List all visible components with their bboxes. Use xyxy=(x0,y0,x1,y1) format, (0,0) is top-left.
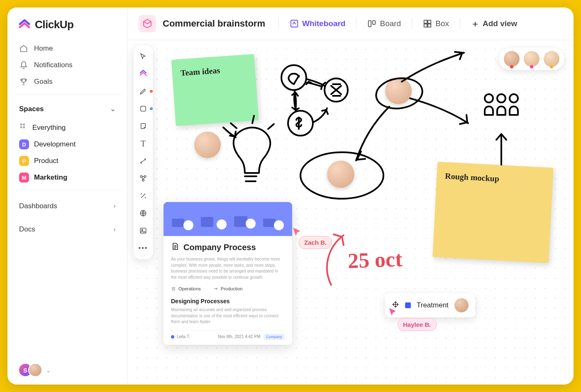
svg-rect-5 xyxy=(369,21,371,27)
doc-links: Operations Production xyxy=(171,286,285,291)
svg-point-3 xyxy=(23,127,24,128)
tool-magic[interactable] xyxy=(136,189,150,203)
sidebar-item-notifications[interactable]: Notifications xyxy=(13,57,122,73)
canvas-avatar[interactable] xyxy=(327,161,354,188)
sidebar: ClickUp Home Notifications Goals Spaces … xyxy=(7,7,128,385)
sidebar-item-development[interactable]: D Development xyxy=(13,136,122,153)
tool-text[interactable]: T xyxy=(136,136,150,151)
task-chip-label: Treatment xyxy=(417,301,449,309)
tool-web[interactable] xyxy=(136,206,150,220)
sidebar-item-label: Everything xyxy=(32,124,66,132)
tool-more[interactable]: ••• xyxy=(136,241,150,255)
tool-sticky[interactable] xyxy=(136,119,150,133)
svg-rect-7 xyxy=(424,20,427,23)
svg-rect-8 xyxy=(428,20,431,23)
trophy-icon xyxy=(19,78,28,86)
separator xyxy=(460,18,460,29)
sidebar-item-product[interactable]: P Product xyxy=(13,153,122,169)
svg-point-25 xyxy=(497,94,505,102)
doc-file-icon xyxy=(171,242,179,253)
cursor-tag-haylee: Haylee B. xyxy=(398,318,437,331)
doc-subtitle: Designing Processes xyxy=(171,298,285,304)
svg-point-0 xyxy=(20,124,22,125)
task-chip-treatment[interactable]: Treatment xyxy=(385,293,475,317)
sidebar-item-label: Notifications xyxy=(34,61,73,69)
tool-shape[interactable] xyxy=(136,102,150,116)
view-box-icon xyxy=(139,15,156,32)
presence-avatar xyxy=(28,363,42,377)
doc-link-production[interactable]: Production xyxy=(213,286,243,291)
sidebar-presence[interactable]: S ⌄ xyxy=(13,363,122,377)
sidebar-item-label: Goals xyxy=(34,78,52,86)
home-icon xyxy=(19,44,28,53)
space-badge: D xyxy=(19,139,29,149)
doc-card[interactable]: Company Process As your business grows, … xyxy=(164,202,292,345)
sidebar-item-marketing[interactable]: M Marketing xyxy=(13,169,122,186)
svg-rect-9 xyxy=(424,24,427,27)
svg-point-2 xyxy=(20,127,22,128)
tool-pointer[interactable] xyxy=(136,49,150,63)
divider xyxy=(13,94,122,95)
tool-clickup-add[interactable]: + xyxy=(136,67,150,81)
doc-chip: Company xyxy=(264,334,285,340)
space-badge: P xyxy=(19,156,29,166)
tab-label: Board xyxy=(380,19,401,28)
color-dot xyxy=(150,107,153,110)
sidebar-item-goals[interactable]: Goals xyxy=(13,73,122,90)
svg-rect-12 xyxy=(141,106,146,111)
whiteboard-icon xyxy=(290,19,299,28)
chevron-right-icon: › xyxy=(113,225,116,234)
spaces-header[interactable]: Spaces ⌄ xyxy=(13,99,122,119)
whiteboard-canvas[interactable]: + T ••• Team ideas xyxy=(128,40,574,385)
sidebar-item-label: Development xyxy=(34,140,76,149)
canvas-avatar[interactable] xyxy=(194,131,221,158)
tab-box[interactable]: Box xyxy=(420,17,452,31)
add-view-button[interactable]: ＋ Add view xyxy=(468,16,520,32)
clickup-logo-icon xyxy=(18,19,31,31)
status-square xyxy=(405,302,411,308)
tool-connector[interactable] xyxy=(136,154,150,168)
sidebar-item-label: Marketing xyxy=(34,173,67,182)
sticky-note-team-ideas[interactable]: Team ideas xyxy=(171,54,259,126)
logo[interactable]: ClickUp xyxy=(13,18,122,40)
separator xyxy=(412,18,412,29)
logo-text: ClickUp xyxy=(35,18,73,31)
svg-point-15 xyxy=(142,179,144,181)
chevron-down-icon: ⌄ xyxy=(46,366,51,374)
sticky-note-rough-mockup[interactable]: Rough mockup xyxy=(432,162,554,263)
tool-image[interactable] xyxy=(136,224,150,238)
space-badge: M xyxy=(19,173,29,183)
tool-pen[interactable] xyxy=(136,84,150,98)
doc-link-operations[interactable]: Operations xyxy=(171,286,201,291)
svg-point-19 xyxy=(281,65,306,90)
separator xyxy=(356,18,356,29)
tab-board[interactable]: Board xyxy=(364,17,404,31)
presence-bar[interactable] xyxy=(499,48,564,70)
svg-point-26 xyxy=(510,94,518,102)
presence-avatar xyxy=(504,51,520,67)
svg-point-33 xyxy=(217,219,227,229)
tool-diagram[interactable] xyxy=(136,171,150,185)
color-dot xyxy=(150,90,153,93)
svg-text:+: + xyxy=(146,74,147,78)
add-view-label: Add view xyxy=(483,19,517,28)
svg-point-32 xyxy=(183,220,193,230)
tab-whiteboard[interactable]: Whiteboard xyxy=(286,17,349,31)
sidebar-item-everything[interactable]: Everything xyxy=(13,119,122,136)
svg-point-35 xyxy=(274,220,284,230)
svg-rect-31 xyxy=(263,219,276,227)
separator xyxy=(278,18,279,29)
svg-point-1 xyxy=(23,124,24,125)
doc-date: Nov 8th, 2021 4:42 PM xyxy=(218,334,260,339)
svg-point-34 xyxy=(246,219,256,229)
svg-rect-28 xyxy=(172,219,184,227)
sidebar-item-docs[interactable]: Docs › xyxy=(13,218,122,241)
handwritten-date: 25 oct xyxy=(347,247,403,273)
svg-point-18 xyxy=(142,229,143,231)
sidebar-item-label: Dashboards xyxy=(19,202,57,210)
app-frame: ClickUp Home Notifications Goals Spaces … xyxy=(7,7,574,385)
canvas-avatar[interactable] xyxy=(385,78,412,104)
sidebar-item-dashboards[interactable]: Dashboards › xyxy=(13,195,122,218)
sidebar-item-home[interactable]: Home xyxy=(13,40,122,57)
board-icon xyxy=(367,19,376,28)
